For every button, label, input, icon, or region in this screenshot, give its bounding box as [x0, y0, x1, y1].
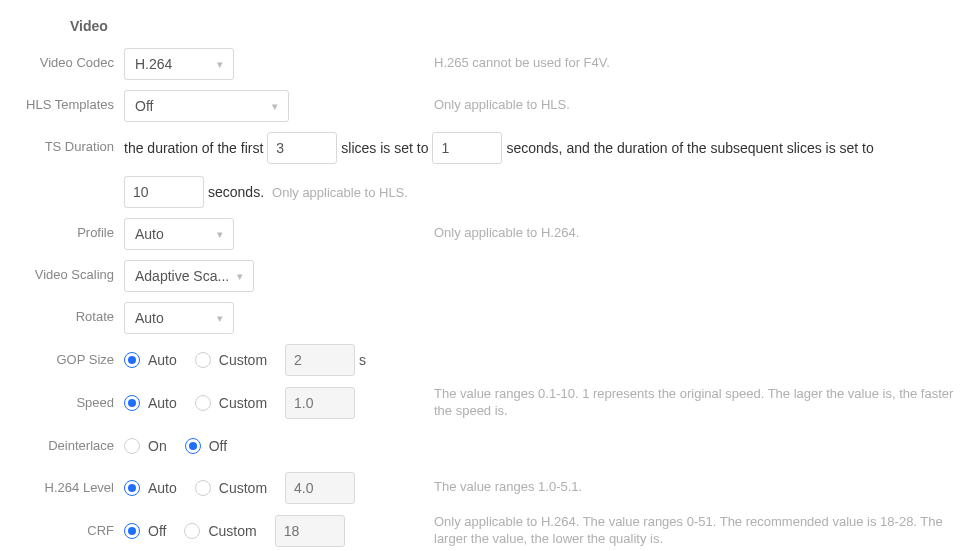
label-speed: Speed — [14, 395, 124, 411]
label-gop-size: GOP Size — [14, 352, 124, 368]
crf-hint: Only applicable to H.264. The value rang… — [434, 514, 955, 548]
h264-auto-label[interactable]: Auto — [148, 480, 177, 496]
h264-custom-label[interactable]: Custom — [219, 480, 267, 496]
gop-auto-radio[interactable] — [124, 352, 140, 368]
label-deinterlace: Deinterlace — [14, 438, 124, 454]
speed-auto-label[interactable]: Auto — [148, 395, 177, 411]
crf-custom-input — [275, 515, 345, 547]
video-codec-hint: H.265 cannot be used for F4V. — [434, 48, 955, 72]
gop-auto-label[interactable]: Auto — [148, 352, 177, 368]
speed-custom-input — [285, 387, 355, 419]
h264-hint: The value ranges 1.0-5.1. — [434, 479, 955, 496]
video-codec-select[interactable]: H.264 ▾ — [124, 48, 234, 80]
speed-custom-radio[interactable] — [195, 395, 211, 411]
deinterlace-on-radio[interactable] — [124, 438, 140, 454]
ts-duration-hint: Only applicable to HLS. — [272, 185, 408, 200]
hls-templates-value: Off — [135, 98, 153, 114]
h264-custom-radio[interactable] — [195, 480, 211, 496]
ts-text-4: seconds. — [208, 184, 264, 200]
label-video-scaling: Video Scaling — [14, 260, 124, 283]
speed-auto-radio[interactable] — [124, 395, 140, 411]
gop-unit: s — [359, 352, 366, 368]
row-ts-duration: TS Duration the duration of the first sl… — [14, 132, 955, 208]
row-gop-size: GOP Size Auto Custom s — [14, 344, 955, 376]
ts-text-3: seconds, and the duration of the subsequ… — [506, 140, 873, 156]
section-title: Video — [14, 18, 955, 34]
ts-subsequent-input[interactable] — [124, 176, 204, 208]
label-video-codec: Video Codec — [14, 48, 124, 71]
crf-custom-label[interactable]: Custom — [208, 523, 256, 539]
crf-off-radio[interactable] — [124, 523, 140, 539]
gop-custom-radio[interactable] — [195, 352, 211, 368]
hls-templates-hint: Only applicable to HLS. — [434, 90, 955, 114]
h264-custom-input — [285, 472, 355, 504]
deinterlace-off-label[interactable]: Off — [209, 438, 227, 454]
chevron-down-icon: ▾ — [237, 270, 243, 283]
video-codec-value: H.264 — [135, 56, 172, 72]
chevron-down-icon: ▾ — [272, 100, 278, 113]
video-scaling-value: Adaptive Sca... — [135, 268, 229, 284]
speed-hint: The value ranges 0.1-10. 1 represents th… — [434, 386, 955, 420]
ts-first-input[interactable] — [267, 132, 337, 164]
rotate-select[interactable]: Auto ▾ — [124, 302, 234, 334]
label-profile: Profile — [14, 218, 124, 241]
ts-text-1: the duration of the first — [124, 140, 263, 156]
row-profile: Profile Auto ▾ Only applicable to H.264. — [14, 218, 955, 250]
rotate-value: Auto — [135, 310, 164, 326]
gop-custom-input — [285, 344, 355, 376]
profile-value: Auto — [135, 226, 164, 242]
row-video-codec: Video Codec H.264 ▾ H.265 cannot be used… — [14, 48, 955, 80]
chevron-down-icon: ▾ — [217, 228, 223, 241]
speed-custom-label[interactable]: Custom — [219, 395, 267, 411]
row-h264-level: H.264 Level Auto Custom The value ranges… — [14, 472, 955, 504]
video-scaling-select[interactable]: Adaptive Sca... ▾ — [124, 260, 254, 292]
row-hls-templates: HLS Templates Off ▾ Only applicable to H… — [14, 90, 955, 122]
chevron-down-icon: ▾ — [217, 312, 223, 325]
row-video-scaling: Video Scaling Adaptive Sca... ▾ — [14, 260, 955, 292]
crf-off-label[interactable]: Off — [148, 523, 166, 539]
label-crf: CRF — [14, 523, 124, 539]
crf-custom-radio[interactable] — [184, 523, 200, 539]
row-speed: Speed Auto Custom The value ranges 0.1-1… — [14, 386, 955, 420]
row-deinterlace: Deinterlace On Off — [14, 430, 955, 462]
row-rotate: Rotate Auto ▾ — [14, 302, 955, 334]
label-rotate: Rotate — [14, 302, 124, 325]
label-h264-level: H.264 Level — [14, 480, 124, 496]
gop-custom-label[interactable]: Custom — [219, 352, 267, 368]
profile-select[interactable]: Auto ▾ — [124, 218, 234, 250]
chevron-down-icon: ▾ — [217, 58, 223, 71]
ts-seconds-input[interactable] — [432, 132, 502, 164]
ts-text-2: slices is set to — [341, 140, 428, 156]
profile-hint: Only applicable to H.264. — [434, 218, 955, 242]
label-hls-templates: HLS Templates — [14, 90, 124, 113]
deinterlace-on-label[interactable]: On — [148, 438, 167, 454]
deinterlace-off-radio[interactable] — [185, 438, 201, 454]
hls-templates-select[interactable]: Off ▾ — [124, 90, 289, 122]
h264-auto-radio[interactable] — [124, 480, 140, 496]
label-ts-duration: TS Duration — [14, 132, 124, 155]
row-crf: CRF Off Custom Only applicable to H.264.… — [14, 514, 955, 548]
